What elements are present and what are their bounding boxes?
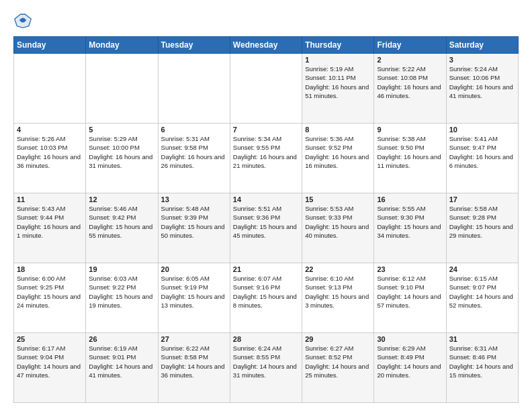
day-number: 2 [377,56,443,64]
sunrise-text: Sunrise: 5:43 AM [17,205,65,212]
sunset-text: Sunset: 9:55 PM [233,144,280,151]
day-number: 6 [161,126,227,134]
calendar-cell: 12Sunrise: 5:46 AMSunset: 9:42 PMDayligh… [86,193,158,263]
calendar-cell: 5Sunrise: 5:29 AMSunset: 10:00 PMDayligh… [86,124,158,193]
calendar-cell: 9Sunrise: 5:38 AMSunset: 9:50 PMDaylight… [374,124,446,193]
day-info: Sunrise: 5:38 AMSunset: 9:50 PMDaylight:… [377,134,443,170]
sunrise-text: Sunrise: 5:48 AM [161,205,210,212]
day-info: Sunrise: 5:19 AMSunset: 10:11 PMDaylight… [305,64,371,100]
sunrise-text: Sunrise: 6:12 AM [377,275,425,282]
day-info: Sunrise: 5:58 AMSunset: 9:28 PMDaylight:… [449,204,515,240]
daylight-text: Daylight: 16 hours and 1 minute. [17,223,81,239]
day-info: Sunrise: 6:03 AMSunset: 9:22 PMDaylight:… [89,274,154,310]
sunset-text: Sunset: 9:36 PM [233,214,280,221]
day-info: Sunrise: 6:29 AMSunset: 8:49 PMDaylight:… [377,344,443,379]
sunrise-text: Sunrise: 6:27 AM [305,345,353,352]
sunset-text: Sunset: 8:46 PM [449,353,496,361]
calendar-cell: 15Sunrise: 5:53 AMSunset: 9:33 PMDayligh… [302,193,374,263]
day-number: 14 [233,195,299,203]
calendar-cell: 19Sunrise: 6:03 AMSunset: 9:22 PMDayligh… [86,263,158,333]
calendar-week-row: 25Sunrise: 6:17 AMSunset: 9:04 PMDayligh… [14,333,519,403]
sunrise-text: Sunrise: 5:58 AM [449,205,498,212]
daylight-text: Daylight: 16 hours and 16 minutes. [305,153,369,169]
day-info: Sunrise: 6:10 AMSunset: 9:13 PMDaylight:… [305,274,371,310]
daylight-text: Daylight: 15 hours and 13 minutes. [161,293,225,309]
sunrise-text: Sunrise: 5:26 AM [17,135,65,142]
calendar-week-row: 4Sunrise: 5:26 AMSunset: 10:03 PMDayligh… [14,124,519,193]
day-number: 25 [17,335,83,343]
daylight-text: Daylight: 15 hours and 24 minutes. [17,293,81,309]
day-number: 30 [377,335,443,343]
sunrise-text: Sunrise: 5:22 AM [377,65,425,73]
day-number: 1 [305,56,371,64]
day-number: 4 [17,126,83,134]
day-number: 10 [449,126,515,134]
sunrise-text: Sunrise: 6:05 AM [161,275,210,282]
daylight-text: Daylight: 14 hours and 52 minutes. [449,293,513,309]
daylight-text: Daylight: 14 hours and 20 minutes. [377,363,441,379]
daylight-text: Daylight: 16 hours and 6 minutes. [449,153,513,169]
day-info: Sunrise: 5:51 AMSunset: 9:36 PMDaylight:… [233,204,299,240]
day-info: Sunrise: 5:46 AMSunset: 9:42 PMDaylight:… [89,204,154,240]
daylight-text: Daylight: 15 hours and 50 minutes. [161,223,225,239]
day-number: 19 [89,265,154,273]
sunset-text: Sunset: 8:55 PM [233,353,280,361]
day-info: Sunrise: 5:41 AMSunset: 9:47 PMDaylight:… [449,134,515,170]
day-info: Sunrise: 6:15 AMSunset: 9:07 PMDaylight:… [449,274,515,310]
day-number: 24 [449,265,515,273]
day-number: 5 [89,126,154,134]
day-info: Sunrise: 5:48 AMSunset: 9:39 PMDaylight:… [161,204,227,240]
daylight-text: Daylight: 15 hours and 19 minutes. [89,293,152,309]
day-info: Sunrise: 6:17 AMSunset: 9:04 PMDaylight:… [17,344,83,379]
day-info: Sunrise: 5:36 AMSunset: 9:52 PMDaylight:… [305,134,371,170]
sunset-text: Sunset: 9:07 PM [449,283,496,291]
sunrise-text: Sunrise: 5:19 AM [305,65,353,73]
sunrise-text: Sunrise: 5:38 AM [377,135,425,142]
sunrise-text: Sunrise: 6:00 AM [17,275,65,282]
calendar-cell: 2Sunrise: 5:22 AMSunset: 10:08 PMDayligh… [374,54,446,124]
daylight-text: Daylight: 16 hours and 31 minutes. [89,153,152,169]
day-info: Sunrise: 5:31 AMSunset: 9:58 PMDaylight:… [161,134,227,170]
calendar-cell: 10Sunrise: 5:41 AMSunset: 9:47 PMDayligh… [446,124,518,193]
calendar-cell: 3Sunrise: 5:24 AMSunset: 10:06 PMDayligh… [446,54,518,124]
sunset-text: Sunset: 9:22 PM [89,283,136,291]
sunrise-text: Sunrise: 6:15 AM [449,275,498,282]
calendar-cell [158,54,230,124]
sunrise-text: Sunrise: 5:29 AM [89,135,137,142]
day-info: Sunrise: 5:24 AMSunset: 10:06 PMDaylight… [449,64,515,100]
daylight-text: Daylight: 14 hours and 25 minutes. [305,363,369,379]
day-number: 29 [305,335,371,343]
calendar-cell: 26Sunrise: 6:19 AMSunset: 9:01 PMDayligh… [86,333,158,403]
day-number: 26 [89,335,154,343]
daylight-text: Daylight: 15 hours and 3 minutes. [305,293,369,309]
calendar-cell [14,54,86,124]
sunrise-text: Sunrise: 6:10 AM [305,275,353,282]
daylight-text: Daylight: 15 hours and 29 minutes. [449,223,513,239]
daylight-text: Daylight: 15 hours and 55 minutes. [89,223,152,239]
calendar-cell: 13Sunrise: 5:48 AMSunset: 9:39 PMDayligh… [158,193,230,263]
sunrise-text: Sunrise: 6:03 AM [89,275,137,282]
sunrise-text: Sunrise: 6:17 AM [17,345,65,352]
calendar-week-row: 1Sunrise: 5:19 AMSunset: 10:11 PMDayligh… [14,54,519,124]
sunrise-text: Sunrise: 5:24 AM [449,65,498,73]
calendar-cell: 20Sunrise: 6:05 AMSunset: 9:19 PMDayligh… [158,263,230,333]
sunset-text: Sunset: 9:33 PM [305,214,352,221]
daylight-text: Daylight: 14 hours and 57 minutes. [377,293,441,309]
day-info: Sunrise: 5:43 AMSunset: 9:44 PMDaylight:… [17,204,83,240]
day-info: Sunrise: 6:22 AMSunset: 8:58 PMDaylight:… [161,344,227,379]
sunrise-text: Sunrise: 5:31 AM [161,135,210,142]
day-info: Sunrise: 6:24 AMSunset: 8:55 PMDaylight:… [233,344,299,379]
calendar-cell: 30Sunrise: 6:29 AMSunset: 8:49 PMDayligh… [374,333,446,403]
calendar-cell: 31Sunrise: 6:31 AMSunset: 8:46 PMDayligh… [446,333,518,403]
sunset-text: Sunset: 10:00 PM [89,144,140,151]
day-info: Sunrise: 5:22 AMSunset: 10:08 PMDaylight… [377,64,443,100]
day-info: Sunrise: 6:00 AMSunset: 9:25 PMDaylight:… [17,274,83,310]
calendar-cell: 22Sunrise: 6:10 AMSunset: 9:13 PMDayligh… [302,263,374,333]
sunset-text: Sunset: 9:47 PM [449,144,496,151]
day-info: Sunrise: 6:07 AMSunset: 9:16 PMDaylight:… [233,274,299,310]
sunset-text: Sunset: 9:25 PM [17,283,64,291]
sunrise-text: Sunrise: 5:34 AM [233,135,281,142]
weekday-header-tuesday: Tuesday [158,37,230,54]
day-info: Sunrise: 6:19 AMSunset: 9:01 PMDaylight:… [89,344,154,379]
day-info: Sunrise: 6:31 AMSunset: 8:46 PMDaylight:… [449,344,515,379]
